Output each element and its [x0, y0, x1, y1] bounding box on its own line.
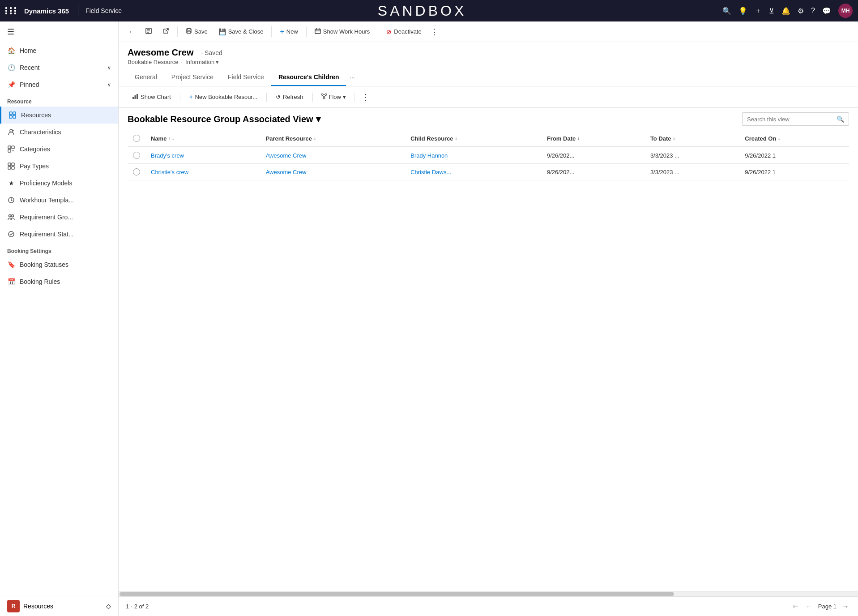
- sidebar-item-requirement-groups[interactable]: Requirement Gro...: [0, 209, 118, 226]
- search-input[interactable]: [743, 113, 832, 125]
- col-header-child-resource[interactable]: Child Resource ↕: [405, 130, 542, 147]
- select-all-checkbox[interactable]: [133, 135, 140, 142]
- col-created-on-label: Created On: [745, 135, 776, 142]
- refresh-button[interactable]: ↺ Refresh: [271, 91, 308, 103]
- sidebar-item-recent[interactable]: 🕐 Recent ∨: [0, 59, 118, 76]
- save-close-label: Save & Close: [228, 28, 264, 35]
- sidebar-item-proficiency-models[interactable]: ★ Proficiency Models: [0, 175, 118, 192]
- svg-line-36: [324, 95, 326, 97]
- next-page-button[interactable]: →: [840, 601, 851, 612]
- user-avatar[interactable]: MH: [838, 4, 853, 18]
- flow-label: Flow: [329, 94, 341, 100]
- save-close-button[interactable]: 💾 Save & Close: [214, 26, 268, 38]
- name-link[interactable]: Brady's crew: [151, 152, 184, 159]
- more-options-icon[interactable]: ⋮: [428, 27, 441, 37]
- nav-icon-group: 🔍 💡 ＋ ⊻ 🔔 ⚙ ? 💬 MH: [722, 4, 853, 18]
- sidebar-item-label: Pinned: [20, 81, 39, 88]
- sidebar-bottom-item[interactable]: R Resources ◇: [0, 596, 118, 616]
- row-checkbox-cell[interactable]: [128, 147, 145, 164]
- sidebar-item-booking-rules[interactable]: 📅 Booking Rules: [0, 273, 118, 290]
- settings-icon[interactable]: ⚙: [798, 7, 804, 15]
- notification-icon[interactable]: 🔔: [781, 7, 790, 15]
- sidebar-item-characteristics[interactable]: Characteristics: [0, 124, 118, 141]
- horizontal-scrollbar[interactable]: [119, 591, 858, 596]
- cell-created-on: 9/26/2022 1: [739, 147, 849, 164]
- svg-rect-28: [132, 97, 134, 99]
- sidebar-item-label: Booking Statuses: [20, 261, 68, 268]
- deactivate-button[interactable]: ⊘ Deactivate: [382, 26, 426, 38]
- show-work-hours-button[interactable]: Show Work Hours: [310, 26, 375, 38]
- app-grid-icon[interactable]: [5, 7, 18, 14]
- show-work-hours-icon: [315, 28, 321, 35]
- cell-parent-resource: Awesome Crew: [260, 164, 406, 180]
- categories-icon: [7, 145, 15, 153]
- select-all-header[interactable]: [128, 130, 145, 147]
- search-button[interactable]: 🔍: [832, 113, 849, 125]
- sub-separator-4: [354, 93, 354, 102]
- col-header-created-on[interactable]: Created On ↕: [739, 130, 849, 147]
- chevron-down-icon: ∨: [107, 65, 111, 71]
- grid-view-title[interactable]: Bookable Resource Group Associated View …: [128, 114, 320, 124]
- tab-resources-children[interactable]: Resource's Children: [271, 69, 346, 86]
- new-button[interactable]: + New: [275, 26, 302, 38]
- table-row: Christie's crew Awesome Crew Christie Da…: [128, 164, 849, 180]
- grid-search-box: 🔍: [742, 112, 849, 126]
- sidebar-item-booking-statuses[interactable]: 🔖 Booking Statuses: [0, 256, 118, 273]
- child-resource-link[interactable]: Brady Hannon: [410, 152, 448, 159]
- record-title-row: Awesome Crew - Saved: [128, 47, 849, 58]
- col-header-name[interactable]: Name ↑ ↓: [145, 130, 260, 147]
- sidebar-item-pinned[interactable]: 📌 Pinned ∨: [0, 76, 118, 93]
- tabs-more-icon[interactable]: ···: [346, 69, 359, 86]
- feedback-icon[interactable]: 💬: [822, 7, 831, 15]
- row-checkbox-cell[interactable]: [128, 164, 145, 180]
- record-title: Awesome Crew: [128, 47, 193, 58]
- recent-icon: 🕐: [7, 64, 15, 72]
- sub-toolbar: Show Chart + New Bookable Resour... ↺ Re…: [119, 86, 858, 108]
- back-button[interactable]: ←: [124, 26, 139, 37]
- col-header-to-date[interactable]: To Date ↕: [645, 130, 739, 147]
- scrollbar-thumb[interactable]: [120, 592, 674, 596]
- sidebar-item-pay-types[interactable]: Pay Types: [0, 158, 118, 175]
- cell-parent-resource: Awesome Crew: [260, 147, 406, 164]
- open-new-window-button[interactable]: [158, 26, 174, 38]
- save-button[interactable]: Save: [181, 26, 212, 38]
- show-chart-button[interactable]: Show Chart: [128, 91, 175, 103]
- brand-label[interactable]: Dynamics 365: [24, 7, 69, 15]
- sidebar-item-resources[interactable]: Resources: [0, 107, 118, 124]
- main-layout: ☰ 🏠 Home 🕐 Recent ∨ 📌 Pinned ∨ Resource: [0, 21, 858, 616]
- child-resource-link[interactable]: Christie Daws...: [410, 169, 451, 175]
- tab-field-service[interactable]: Field Service: [221, 69, 271, 86]
- filter-icon[interactable]: ⊻: [769, 7, 774, 15]
- tab-general[interactable]: General: [128, 69, 164, 86]
- sidebar-item-categories[interactable]: Categories: [0, 141, 118, 158]
- record-header: Awesome Crew - Saved Bookable Resource ·…: [119, 42, 858, 65]
- help-icon[interactable]: ?: [811, 7, 815, 15]
- deactivate-icon: ⊘: [386, 28, 392, 35]
- sidebar-item-requirement-statuses[interactable]: Requirement Stat...: [0, 226, 118, 243]
- module-label[interactable]: Field Service: [85, 7, 122, 14]
- toolbar-separator-4: [378, 26, 378, 37]
- sub-toolbar-more-icon[interactable]: ⋮: [359, 92, 372, 102]
- record-view-button[interactable]: [141, 25, 157, 38]
- col-header-parent-resource[interactable]: Parent Resource ↕: [260, 130, 406, 147]
- name-link[interactable]: Christie's crew: [151, 169, 188, 175]
- search-icon[interactable]: 🔍: [722, 7, 731, 15]
- hamburger-menu[interactable]: ☰: [0, 21, 118, 42]
- prev-page-button[interactable]: ←: [804, 601, 815, 612]
- parent-resource-link[interactable]: Awesome Crew: [266, 169, 307, 175]
- lightbulb-icon[interactable]: 💡: [738, 7, 747, 15]
- row-checkbox[interactable]: [133, 152, 140, 159]
- flow-button[interactable]: Flow ▾: [317, 91, 350, 103]
- tab-project-service[interactable]: Project Service: [164, 69, 221, 86]
- first-page-button[interactable]: ⇤: [791, 600, 800, 612]
- col-header-from-date[interactable]: From Date ↕: [542, 130, 645, 147]
- grid-header-row: Bookable Resource Group Associated View …: [119, 108, 858, 130]
- new-bookable-resource-button[interactable]: + New Bookable Resour...: [185, 91, 262, 103]
- col-to-date-label: To Date: [650, 135, 671, 142]
- breadcrumb-info-dropdown[interactable]: Information ▾: [185, 59, 219, 65]
- add-icon[interactable]: ＋: [755, 6, 762, 16]
- sidebar-item-home[interactable]: 🏠 Home: [0, 42, 118, 59]
- sidebar-item-workhour-templates[interactable]: Workhour Templa...: [0, 192, 118, 209]
- row-checkbox[interactable]: [133, 168, 140, 175]
- parent-resource-link[interactable]: Awesome Crew: [266, 152, 307, 159]
